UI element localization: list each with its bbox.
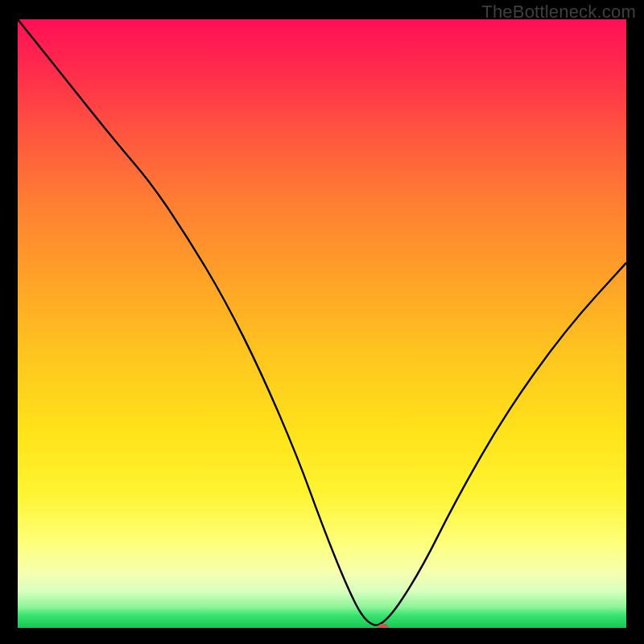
watermark-text: TheBottleneck.com [481,2,636,23]
curve-path [18,19,626,625]
bottleneck-curve [18,19,626,628]
chart-frame: TheBottleneck.com [0,0,644,644]
plot-area [18,19,626,628]
optimal-point-marker [378,624,389,628]
